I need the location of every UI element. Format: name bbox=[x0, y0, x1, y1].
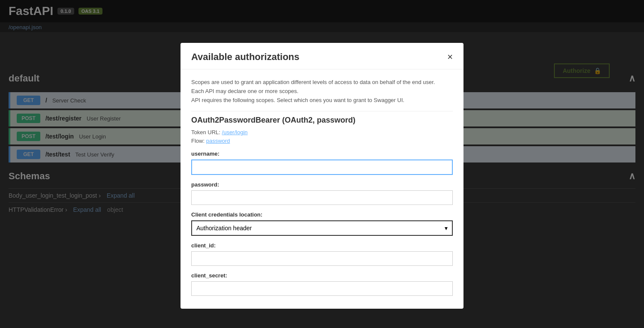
flow-label: Flow: bbox=[191, 138, 205, 144]
password-group: password: bbox=[191, 181, 453, 205]
modal-overlay: Available authorizations × Scopes are us… bbox=[0, 0, 644, 328]
client-credentials-label: Client credentials location: bbox=[191, 211, 453, 218]
password-input[interactable] bbox=[191, 190, 453, 205]
client-secret-label: client_secret: bbox=[191, 272, 453, 279]
client-credentials-select[interactable]: Authorization header Request body bbox=[191, 220, 453, 236]
modal-description: Scopes are used to grant an application … bbox=[191, 78, 453, 105]
client-credentials-group: Client credentials location: Authorizati… bbox=[191, 211, 453, 236]
password-label: password: bbox=[191, 181, 453, 188]
username-group: username: bbox=[191, 150, 453, 175]
client-secret-input[interactable] bbox=[191, 281, 453, 296]
modal-dialog: Available authorizations × Scopes are us… bbox=[181, 43, 463, 309]
page-background: FastAPI 0.1.0 OAS 3.1 /openapi.json Auth… bbox=[0, 0, 644, 328]
flow-value[interactable]: password bbox=[206, 138, 230, 144]
flow-info: Flow: password bbox=[191, 138, 453, 144]
username-input[interactable] bbox=[191, 159, 453, 175]
client-id-label: client_id: bbox=[191, 242, 453, 249]
modal-title: Available authorizations bbox=[191, 51, 299, 63]
token-url-value[interactable]: /user/login bbox=[222, 129, 248, 135]
desc-line2: Each API may declare one or more scopes. bbox=[191, 87, 453, 96]
desc-line1: Scopes are used to grant an application … bbox=[191, 78, 453, 87]
username-label: username: bbox=[191, 150, 453, 157]
token-url-info: Token URL: /user/login bbox=[191, 129, 453, 135]
oauth-section: OAuth2PasswordBearer (OAuth2, password) … bbox=[191, 111, 453, 296]
client-id-input[interactable] bbox=[191, 251, 453, 266]
client-id-group: client_id: bbox=[191, 242, 453, 266]
modal-header: Available authorizations × bbox=[181, 43, 463, 69]
modal-close-button[interactable]: × bbox=[447, 52, 453, 62]
client-secret-group: client_secret: bbox=[191, 272, 453, 296]
desc-line3: API requires the following scopes. Selec… bbox=[191, 96, 453, 105]
token-url-label: Token URL: bbox=[191, 129, 220, 135]
oauth-section-title: OAuth2PasswordBearer (OAuth2, password) bbox=[191, 111, 453, 125]
modal-body: Scopes are used to grant an application … bbox=[181, 69, 463, 309]
client-credentials-select-wrapper: Authorization header Request body bbox=[191, 220, 453, 236]
